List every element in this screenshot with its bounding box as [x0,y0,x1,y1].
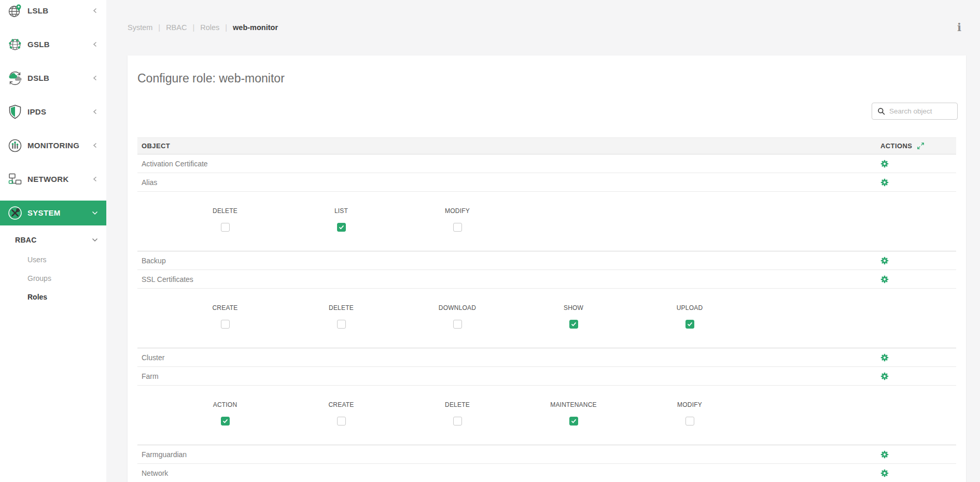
gear-icon[interactable] [880,178,889,187]
breadcrumb-link[interactable]: System [128,23,152,32]
gear-icon[interactable] [880,372,889,380]
permission-label: CREATE [213,304,238,311]
table-row[interactable]: Farmguardian [137,445,956,464]
permission-column: CREATE [283,386,399,445]
permission-column: ACTION [167,386,283,445]
permission-label: UPLOAD [677,304,703,311]
checkbox-maintenance[interactable] [569,417,578,426]
table-row[interactable]: Network [137,464,956,482]
monitors-icon [7,172,23,187]
tools-circle-icon [7,205,23,221]
permission-label: SHOW [564,304,583,311]
table-body: Activation CertificateAliasDELETELISTMOD… [137,154,956,482]
sidebar-item-groups[interactable]: Groups [0,269,106,288]
gear-icon[interactable] [880,450,889,459]
sidebar-item-rbac[interactable]: RBAC [0,230,106,250]
object-name: Activation Certificate [137,160,876,168]
permission-label: CREATE [329,401,354,408]
breadcrumb: System|RBAC|Roles|web-monitor [128,23,278,32]
chart-circle-icon [7,138,23,153]
breadcrumb-separator: | [158,23,160,32]
actions-cell [876,469,956,477]
sidebar: LSLBGSLBDSLBIPDSMONITORINGNETWORKSYSTEMR… [0,0,106,482]
permission-column: DOWNLOAD [399,289,515,348]
checkbox-delete[interactable] [337,320,346,329]
table-row[interactable]: Activation Certificate [137,154,956,173]
checkbox-action[interactable] [221,417,230,426]
permission-label: LIST [334,207,348,215]
checkbox-show[interactable] [569,320,578,329]
actions-cell [876,257,956,265]
object-name: Network [137,469,876,477]
chevron-left-icon [92,143,98,148]
table-row[interactable]: Backup [137,251,956,270]
checkbox-delete[interactable] [221,223,230,232]
table-row[interactable]: Alias [137,173,956,192]
sidebar-item-label: IPDS [27,107,92,116]
permission-column: SHOW [515,289,632,348]
sidebar-item-system[interactable]: SYSTEM [0,196,106,230]
checkbox-list[interactable] [337,223,346,232]
table-row[interactable]: SSL Certificates [137,270,956,289]
sidebar-item-ipds[interactable]: IPDS [0,95,106,129]
table-row[interactable]: Cluster [137,348,956,367]
object-name: Alias [137,178,876,187]
permission-column: MODIFY [632,386,748,445]
permission-label: DELETE [329,304,354,311]
sidebar-item-dslb[interactable]: DSLB [0,61,106,95]
object-name: SSL Certificates [137,275,876,283]
gear-icon[interactable] [880,257,889,265]
checkbox-create[interactable] [221,320,230,329]
gear-icon[interactable] [880,160,889,168]
permissions-panel: CREATEDELETEDOWNLOADSHOWUPLOAD [137,289,956,348]
sidebar-item-label: LSLB [27,6,92,15]
permission-column: DELETE [283,289,399,348]
gear-icon[interactable] [880,275,889,283]
actions-cell [876,178,956,187]
checkbox-modify[interactable] [453,223,462,232]
actions-cell [876,353,956,362]
sidebar-item-lslb[interactable]: LSLB [0,0,106,27]
sidebar-item-label: GSLB [27,40,92,49]
checkbox-upload[interactable] [685,320,694,329]
search-box[interactable] [872,103,958,120]
submenu-label: RBAC [15,236,92,244]
sidebar-item-label: SYSTEM [27,208,92,217]
sidebar-item-users[interactable]: Users [0,250,106,269]
permission-label: MODIFY [677,401,702,408]
permission-label: DELETE [445,401,470,408]
sidebar-item-label: DSLB [27,74,92,82]
info-icon[interactable]: i [954,21,965,34]
breadcrumb-separator: | [225,23,227,32]
sidebar-item-network[interactable]: NETWORK [0,162,106,196]
breadcrumb-separator: | [192,23,194,32]
sidebar-item-gslb[interactable]: GSLB [0,27,106,61]
column-header-actions: ACTIONS [880,142,912,150]
checkbox-download[interactable] [453,320,462,329]
permissions-panel: DELETELISTMODIFY [137,192,956,251]
cloud-sync-icon [7,70,23,86]
permission-label: DOWNLOAD [439,304,476,311]
chevron-left-icon [92,109,98,115]
search-input[interactable] [889,107,952,115]
checkbox-create[interactable] [337,417,346,426]
sidebar-item-roles[interactable]: Roles [0,288,106,306]
table-row[interactable]: Farm [137,367,956,386]
object-name: Farmguardian [137,450,876,459]
search-row [136,103,958,120]
actions-cell [876,372,956,380]
breadcrumb-link[interactable]: Roles [200,23,219,32]
sidebar-item-monitoring[interactable]: MONITORING [0,129,106,162]
search-icon [877,107,885,115]
checkbox-modify[interactable] [685,417,694,426]
permission-column: UPLOAD [632,289,748,348]
breadcrumb-link[interactable]: RBAC [166,23,187,32]
permission-column: MAINTENANCE [515,386,632,445]
permission-label: ACTION [213,401,237,408]
gear-icon[interactable] [880,469,889,477]
expand-all-icon[interactable] [917,142,925,150]
chevron-left-icon [92,8,98,13]
gear-icon[interactable] [880,353,889,362]
checkbox-delete[interactable] [453,417,462,426]
table-header: OBJECT ACTIONS [137,137,956,154]
